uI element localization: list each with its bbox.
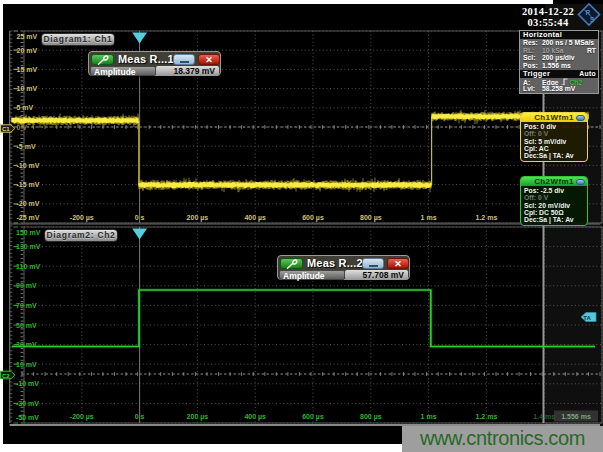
svg-text:130 mV: 130 mV xyxy=(16,243,41,250)
svg-text:0 s: 0 s xyxy=(135,413,145,420)
svg-text:1.2 ms: 1.2 ms xyxy=(476,214,498,221)
svg-text:90 mV: 90 mV xyxy=(16,282,37,289)
svg-text:20 mV: 20 mV xyxy=(17,47,38,54)
svg-text:600 µs: 600 µs xyxy=(302,413,324,421)
svg-text:1 ms: 1 ms xyxy=(421,214,437,221)
svg-text:-200 µs: -200 µs xyxy=(70,413,94,421)
svg-text:5 mV: 5 mV xyxy=(17,104,34,111)
svg-text:70 mV: 70 mV xyxy=(16,302,37,309)
svg-text:C1: C1 xyxy=(2,126,10,132)
svg-text:TA: TA xyxy=(583,315,591,321)
svg-text:1.4 ms: 1.4 ms xyxy=(533,413,555,420)
svg-text:0 s: 0 s xyxy=(135,214,145,221)
svg-text:1.2 ms: 1.2 ms xyxy=(476,413,498,420)
svg-text:400 µs: 400 µs xyxy=(244,413,266,421)
svg-text:50 mV: 50 mV xyxy=(16,322,37,329)
svg-text:-5 mV: -5 mV xyxy=(17,143,36,150)
svg-text:-50 mV: -50 mV xyxy=(16,414,39,421)
svg-text:150 mV: 150 mV xyxy=(16,229,41,236)
svg-text:10 mV: 10 mV xyxy=(17,85,38,92)
svg-text:C2: C2 xyxy=(2,373,10,379)
svg-text:800 µs: 800 µs xyxy=(360,214,382,222)
svg-text:-20 mV: -20 mV xyxy=(17,200,40,207)
svg-text:110 mV: 110 mV xyxy=(16,263,40,270)
svg-text:10 mV: 10 mV xyxy=(16,361,37,368)
svg-text:0 V: 0 V xyxy=(17,124,28,131)
svg-text:R: R xyxy=(586,9,591,16)
svg-text:25 mV: 25 mV xyxy=(17,33,38,40)
svg-text:15 mV: 15 mV xyxy=(17,66,38,73)
svg-text:30 mV: 30 mV xyxy=(16,341,37,348)
svg-text:S: S xyxy=(590,16,595,23)
svg-text:-25 mV: -25 mV xyxy=(17,214,40,221)
svg-text:400 µs: 400 µs xyxy=(244,214,266,222)
svg-text:1 ms: 1 ms xyxy=(421,413,437,420)
svg-text:1.556 ms: 1.556 ms xyxy=(561,413,591,420)
svg-text:-10 mV: -10 mV xyxy=(16,380,39,387)
svg-text:-10 mV: -10 mV xyxy=(17,162,40,169)
svg-text:-30 mV: -30 mV xyxy=(16,400,39,407)
svg-text:200 µs: 200 µs xyxy=(187,214,209,222)
svg-text:800 µs: 800 µs xyxy=(360,413,382,421)
svg-text:200 µs: 200 µs xyxy=(187,413,209,421)
svg-text:-200 µs: -200 µs xyxy=(70,214,94,222)
svg-text:-15 mV: -15 mV xyxy=(17,181,40,188)
svg-text:600 µs: 600 µs xyxy=(302,214,324,222)
